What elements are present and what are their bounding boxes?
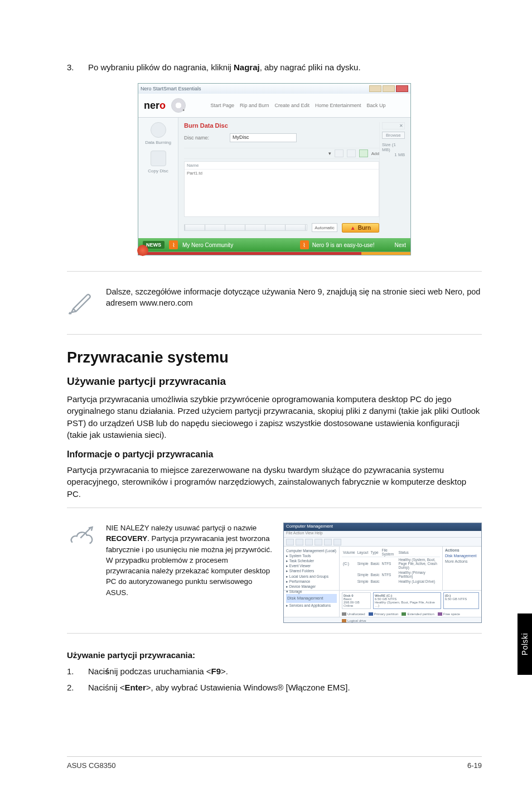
- rss-icon: ⌇: [169, 240, 178, 249]
- paragraph-2: Partycja przywracania to miejsce zarezer…: [67, 464, 482, 500]
- paragraph-1: Partycja przywracania umożliwia szybkie …: [67, 393, 482, 441]
- close-icon: [396, 85, 408, 92]
- step-2: 2. Naciśnij <Enter>, aby wybrać Ustawien…: [67, 682, 482, 694]
- nero-titlebar: Nero StartSmart Essentials: [138, 84, 410, 94]
- divider: [67, 334, 482, 335]
- burn-button: ▲Burn: [342, 223, 379, 233]
- language-tab: Polski: [518, 613, 532, 675]
- toolbar-icon: [286, 539, 294, 545]
- nero-footer: NEWS ⌇ My Nero Community ⌇ Nero 9 is an …: [138, 238, 410, 252]
- divider: [67, 271, 482, 272]
- toolbar-icon: [305, 539, 313, 545]
- toolbar-icon: [333, 539, 341, 545]
- do-not-icon: [67, 523, 96, 554]
- burn-header: Burn Data Disc: [184, 122, 379, 129]
- copy-disc-icon: [151, 151, 166, 166]
- nero-sidebar: Data Burning Copy Disc: [138, 118, 178, 238]
- toolbar-icon: [324, 539, 332, 545]
- toolbar-icon: [296, 539, 303, 545]
- heading-system-restore: Przywracanie systemu: [67, 349, 482, 366]
- dm-tree: Computer Management (Local) ▸ System Too…: [284, 547, 340, 590]
- step-1: 1. Naciśnij podczas uruchamiania <F9>.: [67, 665, 482, 678]
- divider: [67, 633, 482, 634]
- data-burning-icon: [151, 122, 166, 138]
- note-nero-info: Dalsze, szczegółówe informacje dotyczące…: [67, 286, 482, 317]
- maximize-icon: [383, 85, 395, 92]
- step-3: 3. Po wybraniu plików do nagrania, klikn…: [67, 61, 482, 73]
- footer-model: ASUS CG8350: [67, 761, 115, 770]
- dm-volume-list: VolumeLayoutTypeFile SystemStatus (C:)Si…: [340, 547, 442, 590]
- divider: [67, 508, 482, 508]
- toolbar-icon: [315, 539, 322, 545]
- footer-page-number: 6-19: [467, 761, 482, 770]
- rss-icon: ⌇: [300, 240, 309, 249]
- note-recovery: NIE NALEŻY należy usuwać partycji o nazw…: [67, 523, 482, 623]
- disc-icon: [171, 98, 186, 113]
- add-icon: [359, 149, 368, 157]
- file-list: Name Part1.td: [184, 161, 379, 217]
- nero-tabs: Start Page Rip and Burn Create and Edit …: [191, 103, 405, 108]
- up-icon: [347, 149, 356, 157]
- disc-name-input: MyDisc: [230, 133, 297, 142]
- pen-note-icon: [67, 286, 96, 317]
- step-number: 3.: [67, 61, 88, 73]
- capacity-ruler: [184, 224, 307, 231]
- disk-management-screenshot: Computer Management File Action View Hel…: [283, 523, 482, 623]
- heading-use-partition: Używanie partycji przywracania: [67, 375, 482, 388]
- browse-button: Browse: [382, 132, 405, 139]
- nero-logo: nero: [144, 100, 166, 112]
- minimize-icon: [369, 85, 381, 92]
- flame-icon: ▲: [350, 225, 356, 231]
- heading-use-steps: Używanie partycji przywracania:: [67, 650, 482, 660]
- heading-partition-info: Informacje o partycji przywracania: [67, 450, 482, 460]
- nero-screenshot: Nero StartSmart Essentials nero Start Pa…: [138, 83, 411, 255]
- nero-orb-icon: [137, 245, 148, 256]
- page-footer: ASUS CG8350 6-19: [67, 756, 482, 770]
- mode-select: Automatic: [312, 223, 337, 232]
- view-icon: [335, 149, 344, 157]
